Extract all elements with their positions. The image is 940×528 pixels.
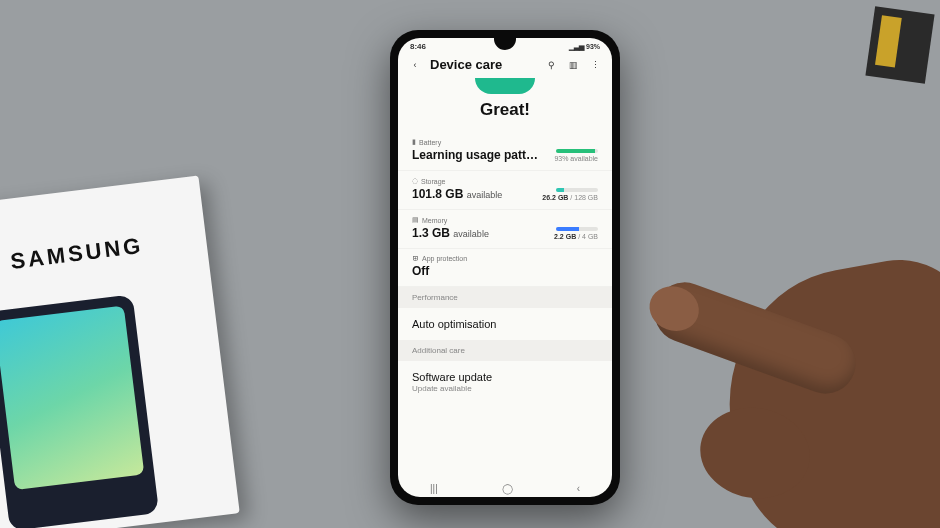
background-prop (865, 6, 934, 84)
battery-pct: 93% (586, 43, 600, 50)
app-protection-value: Off (412, 264, 598, 278)
memory-label: ▤ Memory (412, 216, 598, 224)
battery-card[interactable]: ▮ Battery Learning usage patt… 93% avail… (398, 132, 612, 171)
auto-optimisation-row[interactable]: Auto optimisation (398, 308, 612, 340)
status-right: ▁▃▅ 93% (569, 42, 600, 51)
section-additional: Additional care (398, 340, 612, 361)
app-protection-label: ⛨ App protection (412, 255, 598, 262)
samsung-box: SAMSUNG (0, 175, 240, 528)
shield-icon: ⛨ (412, 255, 419, 262)
software-update-row[interactable]: Software update Update available (398, 361, 612, 403)
samsung-logo: SAMSUNG (0, 225, 208, 282)
nav-home-icon[interactable]: ◯ (502, 483, 513, 494)
photo-scene: SAMSUNG 8:46 ▁▃▅ 93% ‹ Device care ⚲ ▥ ⋮… (0, 0, 940, 528)
phone-screen: 8:46 ▁▃▅ 93% ‹ Device care ⚲ ▥ ⋮ Great! … (398, 38, 612, 497)
chart-icon[interactable]: ▥ (566, 60, 580, 70)
signal-icon: ▁▃▅ (569, 43, 584, 51)
toolbar: ‹ Device care ⚲ ▥ ⋮ (398, 53, 612, 78)
memory-main: 1.3 GB available (412, 226, 489, 240)
status-time: 8:46 (410, 42, 426, 51)
search-icon[interactable]: ⚲ (544, 60, 558, 70)
page-title: Device care (430, 57, 536, 72)
hand (590, 148, 940, 528)
app-protection-card[interactable]: ⛨ App protection Off (398, 249, 612, 287)
storage-main: 101.8 GB available (412, 187, 502, 201)
section-performance: Performance (398, 287, 612, 308)
storage-icon: ◌ (412, 177, 418, 185)
memory-card[interactable]: ▤ Memory 1.3 GB available 2.2 GB / 4 GB (398, 210, 612, 249)
battery-label: ▮ Battery (412, 138, 598, 146)
score-arc (475, 78, 535, 94)
nav-back-icon[interactable]: ‹ (577, 483, 580, 494)
storage-card[interactable]: ◌ Storage 101.8 GB available 26.2 GB / 1… (398, 171, 612, 210)
back-icon[interactable]: ‹ (408, 60, 422, 70)
storage-label: ◌ Storage (412, 177, 598, 185)
box-art-phone (0, 294, 159, 528)
more-icon[interactable]: ⋮ (588, 60, 602, 70)
nav-bar: ||| ◯ ‹ (398, 479, 612, 497)
phone-body: 8:46 ▁▃▅ 93% ‹ Device care ⚲ ▥ ⋮ Great! … (390, 30, 620, 505)
battery-icon: ▮ (412, 138, 416, 146)
memory-icon: ▤ (412, 216, 419, 224)
nav-recents-icon[interactable]: ||| (430, 483, 438, 494)
score-word: Great! (398, 100, 612, 120)
battery-main: Learning usage patt… (412, 148, 538, 162)
